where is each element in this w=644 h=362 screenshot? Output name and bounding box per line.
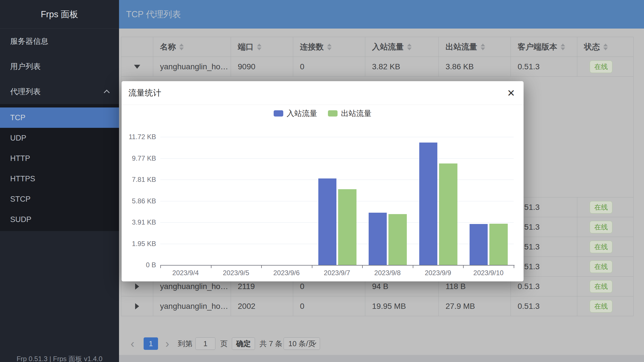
goto-page-input[interactable] xyxy=(195,337,215,350)
column-label: 出站流量 xyxy=(446,42,477,52)
app-title: Frps 面板 xyxy=(0,0,119,29)
total-count-label: 共 7 条 xyxy=(260,337,282,350)
gridline xyxy=(160,222,514,223)
page-title: TCP 代理列表 xyxy=(126,8,181,20)
x-axis-label: 2023/9/7 xyxy=(312,269,362,277)
table-header-row: 名称端口连接数入站流量出站流量客户端版本状态 xyxy=(121,37,634,57)
header-cell-port[interactable]: 端口 xyxy=(231,37,293,57)
cell-traffic_in: 19.95 MB xyxy=(365,296,439,316)
y-axis-label: 9.77 KB xyxy=(122,154,156,162)
cell-port: 9090 xyxy=(231,57,293,77)
expand-arrow-down-icon xyxy=(134,65,140,69)
sort-icon[interactable] xyxy=(257,44,262,50)
sort-icon[interactable] xyxy=(179,44,184,50)
axis-tick xyxy=(312,266,312,268)
cell-name: yanghuanglin_ho… xyxy=(153,57,231,77)
gridline xyxy=(160,201,514,201)
expand-arrow-right-icon xyxy=(135,303,139,309)
y-axis-label: 5.86 KB xyxy=(122,197,156,205)
sidebar-item-label: 服务器信息 xyxy=(10,36,48,46)
axis-tick xyxy=(362,266,363,268)
cell-status: 在线 xyxy=(577,237,634,257)
status-badge: 在线 xyxy=(590,300,612,313)
axis-tick xyxy=(514,266,514,268)
cell-version: 0.51.3 xyxy=(511,57,577,77)
axis-tick xyxy=(211,266,211,268)
header-cell-traffic_in[interactable]: 入站流量 xyxy=(365,37,439,57)
cell-status: 在线 xyxy=(577,57,634,77)
version-footer: Frp 0.51.3 | Frps 面板 v1.4.0 xyxy=(0,354,119,362)
axis-tick xyxy=(160,266,161,268)
traffic-bar-chart: 11.72 KB9.77 KB7.81 KB5.86 KB3.91 KB1.95… xyxy=(122,81,524,281)
cell-connections: 0 xyxy=(293,296,365,316)
sidebar-item-0[interactable]: 服务器信息 xyxy=(0,29,119,54)
column-label: 入站流量 xyxy=(372,42,404,52)
sidebar-item-label: 用户列表 xyxy=(10,61,41,72)
sidebar-subitem-https[interactable]: HTTPS xyxy=(0,169,119,189)
gridline xyxy=(160,244,514,244)
sidebar-subitem-http[interactable]: HTTP xyxy=(0,148,119,169)
sidebar-subitem-tcp[interactable]: TCP xyxy=(0,107,119,128)
cell-traffic_out: 3.86 KB xyxy=(439,57,511,77)
cell-status: 在线 xyxy=(577,257,634,277)
y-axis-label: 1.95 KB xyxy=(122,240,156,248)
status-badge: 在线 xyxy=(590,280,612,293)
table-row: yanghuanglin_ho…2002019.95 MB27.9 MB0.51… xyxy=(121,296,634,316)
column-label: 名称 xyxy=(160,42,176,52)
axis-tick xyxy=(413,266,413,268)
sort-icon[interactable] xyxy=(407,44,412,50)
header-cell-version[interactable]: 客户端版本 xyxy=(511,37,577,57)
y-axis-label: 0 B xyxy=(122,261,156,269)
cell-traffic_out: 27.9 MB xyxy=(439,296,511,316)
x-axis-label: 2023/9/9 xyxy=(412,269,463,277)
header-cell-connections[interactable]: 连接数 xyxy=(293,37,365,57)
sort-icon[interactable] xyxy=(481,44,485,50)
page-size-select[interactable]: 10 条/页 xyxy=(284,337,320,350)
current-page-button[interactable]: 1 xyxy=(144,337,158,350)
prev-page-button[interactable]: ‹ xyxy=(131,337,134,350)
x-axis-label: 2023/9/6 xyxy=(261,269,312,277)
sidebar-item-2[interactable]: 代理列表 xyxy=(0,79,119,104)
sidebar-subitem-stcp[interactable]: STCP xyxy=(0,189,119,209)
x-axis-label: 2023/9/10 xyxy=(463,269,514,277)
cell-version: 0.51.3 xyxy=(511,296,577,316)
sort-icon[interactable] xyxy=(561,44,565,50)
y-axis-label: 7.81 KB xyxy=(122,176,156,184)
sidebar: Frps 面板 服务器信息用户列表代理列表TCPUDPHTTPHTTPSSTCP… xyxy=(0,0,119,362)
cell-status: 在线 xyxy=(577,277,634,296)
bar-inbound-2023/9/9 xyxy=(419,143,437,265)
sidebar-subitem-sudp[interactable]: SUDP xyxy=(0,209,119,230)
header-cell-name[interactable]: 名称 xyxy=(153,37,231,57)
gridline xyxy=(160,158,514,159)
gridline xyxy=(160,180,514,180)
header-cell-status[interactable]: 状态 xyxy=(577,37,634,57)
bar-outbound-2023/9/7 xyxy=(338,189,356,265)
next-page-button[interactable]: › xyxy=(165,337,169,350)
page-header: TCP 代理列表 xyxy=(119,0,644,29)
header-cell-traffic_out[interactable]: 出站流量 xyxy=(439,37,511,57)
column-label: 状态 xyxy=(584,42,600,52)
traffic-stats-dialog: 流量统计 ✕ 入站流量出站流量 11.72 KB9.77 KB7.81 KB5.… xyxy=(122,81,524,281)
goto-label: 到第 xyxy=(178,337,193,350)
cell-port: 2002 xyxy=(231,296,293,316)
page-size-value: 10 条/页 xyxy=(288,339,315,348)
sidebar-item-1[interactable]: 用户列表 xyxy=(0,54,119,79)
bar-inbound-2023/9/8 xyxy=(369,213,387,265)
axis-tick xyxy=(261,266,262,268)
bar-inbound-2023/9/7 xyxy=(318,178,336,265)
column-label: 连接数 xyxy=(300,42,324,52)
sort-icon[interactable] xyxy=(327,44,332,50)
expand-toggle[interactable] xyxy=(121,57,153,77)
sidebar-subitem-udp[interactable]: UDP xyxy=(0,128,119,148)
sort-icon[interactable] xyxy=(603,44,608,50)
axis-tick xyxy=(463,266,464,268)
cell-name: yanghuanglin_ho… xyxy=(153,296,231,316)
expand-toggle[interactable] xyxy=(121,296,153,316)
goto-unit-label: 页 xyxy=(220,337,228,350)
cell-connections: 0 xyxy=(293,57,365,77)
sidebar-menu: 服务器信息用户列表代理列表TCPUDPHTTPHTTPSSTCPSUDP xyxy=(0,29,119,231)
confirm-button[interactable]: 确定 xyxy=(232,337,255,350)
x-axis-label: 2023/9/4 xyxy=(160,269,211,277)
status-badge: 在线 xyxy=(590,61,612,73)
column-label: 客户端版本 xyxy=(518,42,557,52)
